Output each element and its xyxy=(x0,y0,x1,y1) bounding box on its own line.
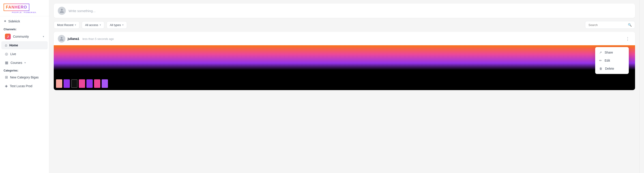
edit-menu-item[interactable]: ✏ Edit xyxy=(595,57,629,65)
post-time: less than 5 seconds ago xyxy=(82,37,114,41)
three-dots-icon: ⋮ xyxy=(626,37,630,41)
nav-label-home: Home xyxy=(10,44,18,47)
all-access-label: All access xyxy=(85,23,98,27)
block-o xyxy=(102,79,108,88)
block-a xyxy=(64,79,70,88)
search-input[interactable] xyxy=(588,23,626,27)
share-icon: ↗ xyxy=(599,51,602,54)
post-menu-button[interactable]: ⋮ ↗ Share ✏ Edit 🗑 Delete xyxy=(624,36,631,42)
nav-item-courses[interactable]: ▦ Courses ▾ xyxy=(1,59,48,67)
all-access-filter[interactable]: All access ▾ xyxy=(82,21,104,29)
post-image xyxy=(54,45,635,90)
all-types-label: All types xyxy=(110,23,121,27)
sidekick-icon: ✦ xyxy=(4,19,6,23)
edit-label: Edit xyxy=(604,59,610,62)
post-composer[interactable]: Write something... xyxy=(54,4,635,18)
composer-placeholder: Write something... xyxy=(68,9,631,13)
block-f xyxy=(56,79,62,88)
channels-label: Channels: xyxy=(0,26,49,32)
channel-chevron-icon: ▾ xyxy=(43,35,44,38)
delete-icon: 🗑 xyxy=(599,67,602,70)
share-label: Share xyxy=(604,51,613,54)
logo-text: FANHERO xyxy=(6,5,27,10)
home-icon: ⌂ xyxy=(5,43,7,47)
logo-area: FANHERO PEOPLE. POWERED. xyxy=(0,0,49,16)
composer-avatar xyxy=(58,7,66,15)
post-header: juliana1 less than 5 seconds ago ⋮ ↗ Sha… xyxy=(54,32,635,45)
logo-subtitle: PEOPLE. POWERED. xyxy=(4,12,46,14)
nav-label-courses: Courses xyxy=(10,61,22,65)
main-content: Write something... Most Recent ▾ All acc… xyxy=(49,0,640,173)
edit-icon: ✏ xyxy=(599,59,602,62)
nav-item-test-lucas[interactable]: ◈ Test Lucas Prod xyxy=(1,82,48,90)
post-author: juliana1 xyxy=(68,37,79,41)
most-recent-label: Most Recent xyxy=(57,23,74,27)
category-icon: ⊞ xyxy=(5,75,8,79)
channel-letter: J xyxy=(5,34,11,40)
test-lucas-icon: ◈ xyxy=(5,84,8,88)
fanhero-logo: FANHERO xyxy=(4,4,29,11)
most-recent-chevron-icon: ▾ xyxy=(75,24,76,27)
post-image-logo xyxy=(56,79,108,88)
delete-menu-item[interactable]: 🗑 Delete xyxy=(595,65,629,73)
channel-name: Community xyxy=(13,35,40,38)
all-types-chevron-icon: ▾ xyxy=(122,24,124,27)
all-types-filter[interactable]: All types ▾ xyxy=(106,21,127,29)
block-e xyxy=(86,79,93,88)
most-recent-filter[interactable]: Most Recent ▾ xyxy=(54,21,80,29)
block-h xyxy=(79,79,85,88)
share-menu-item[interactable]: ↗ Share xyxy=(595,48,629,57)
community-channel-item[interactable]: J Community ▾ xyxy=(1,32,48,41)
block-r xyxy=(94,79,100,88)
nav-label-new-category: New Category Bigas xyxy=(10,76,39,79)
sidekick-row[interactable]: ✦ Sidekick xyxy=(0,16,49,26)
search-icon[interactable]: 🔍 xyxy=(628,23,632,27)
nav-item-live[interactable]: ◎ Live xyxy=(1,50,48,58)
live-icon: ◎ xyxy=(5,52,8,56)
categories-label: Categories: xyxy=(0,67,49,73)
all-access-chevron-icon: ▾ xyxy=(100,24,101,27)
nav-item-new-category[interactable]: ⊞ New Category Bigas xyxy=(1,73,48,81)
right-panel xyxy=(640,0,644,173)
post-card: juliana1 less than 5 seconds ago ⋮ ↗ Sha… xyxy=(54,32,635,90)
sidebar: FANHERO PEOPLE. POWERED. ✦ Sidekick Chan… xyxy=(0,0,49,173)
post-avatar xyxy=(58,35,66,43)
courses-icon: ▦ xyxy=(5,61,8,65)
delete-label: Delete xyxy=(605,67,614,70)
nav-label-test-lucas: Test Lucas Prod xyxy=(10,84,32,88)
sidekick-label: Sidekick xyxy=(8,20,20,23)
nav-item-home[interactable]: ⌂ Home xyxy=(1,41,48,49)
courses-chevron-icon: ▾ xyxy=(24,61,26,64)
filter-bar: Most Recent ▾ All access ▾ All types ▾ 🔍 xyxy=(54,21,635,29)
search-box[interactable]: 🔍 xyxy=(585,21,635,29)
post-dropdown-menu: ↗ Share ✏ Edit 🗑 Delete xyxy=(595,47,629,74)
block-n xyxy=(71,79,78,88)
nav-label-live: Live xyxy=(10,52,16,56)
